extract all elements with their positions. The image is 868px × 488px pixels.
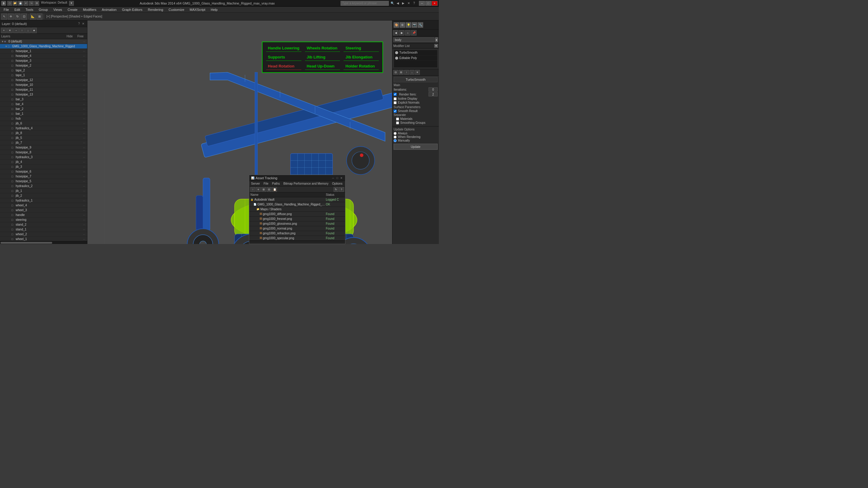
layer-item-hy2[interactable]: □hydraulics_2··· xyxy=(0,184,87,189)
layer-item-br4[interactable]: □bar_4··· xyxy=(0,102,87,107)
asset-tb-btn5[interactable]: 📋 xyxy=(272,187,277,192)
layer-item-hp1[interactable]: □hosepipe_1··· xyxy=(0,49,87,54)
layer-item-hp3[interactable]: □hosepipe_3··· xyxy=(0,59,87,63)
layer-item-handle[interactable]: □handle··· xyxy=(0,213,87,218)
asset-menu-paths[interactable]: Paths xyxy=(270,182,282,185)
layer-item-hy3[interactable]: □hydraulics_3··· xyxy=(0,155,87,160)
menu-modifiers[interactable]: Modifiers xyxy=(81,7,99,12)
layer-item-wh2[interactable]: □wheel_2··· xyxy=(0,232,87,237)
layer-item-jb1[interactable]: □jib_1··· xyxy=(0,189,87,193)
open-file-btn[interactable]: 📂 xyxy=(13,1,18,6)
layers-help-btn[interactable]: ? xyxy=(77,22,81,26)
lt-new-btn[interactable]: + xyxy=(1,28,7,33)
lt-current-btn[interactable]: ★ xyxy=(31,28,37,33)
layer-item-hy4[interactable]: □hydraulics_4··· xyxy=(0,126,87,131)
menu-file[interactable]: File xyxy=(1,7,11,12)
layers-close-btn[interactable]: ✕ xyxy=(81,22,85,26)
mod-nav-btn5[interactable]: ✕ xyxy=(415,70,420,75)
search-opt-btn[interactable]: ✕ xyxy=(406,1,411,6)
asset-tb-btn3[interactable]: ⊞ xyxy=(261,187,266,192)
layer-item-hp7[interactable]: □hosepipe_7··· xyxy=(0,174,87,179)
mod-nav-btn1[interactable]: ⊟ xyxy=(393,70,398,75)
minimize-btn[interactable]: ─ xyxy=(419,1,425,6)
mod-turbosmooth[interactable]: TurboSmooth xyxy=(394,50,437,56)
anim-btn-wheels-rotation[interactable]: Wheels Rotation xyxy=(305,44,340,52)
menu-animation[interactable]: Animation xyxy=(99,7,119,12)
layer-item-hp6[interactable]: □hosepipe_6··· xyxy=(0,169,87,174)
object-name-input[interactable] xyxy=(393,37,435,42)
ts-manually-radio[interactable] xyxy=(394,139,397,142)
layer-item-wh4[interactable]: □wheel_4··· xyxy=(0,203,87,208)
layer-item-hp4[interactable]: □hosepipe_4··· xyxy=(0,54,87,59)
mod-nav-btn3[interactable]: ↑ xyxy=(404,70,409,75)
ts-when-rendering-radio[interactable] xyxy=(394,135,397,138)
menu-rendering[interactable]: Rendering xyxy=(146,7,166,12)
asset-item-gmg1000-glossiness-png[interactable]: 🖼gmg1000_glossiness.pngFound xyxy=(249,221,345,226)
layer-item-jb2[interactable]: □jib_2··· xyxy=(0,193,87,198)
anim-btn-holder-rotation[interactable]: Holder Rotation xyxy=(344,63,379,70)
layer-item-hp10[interactable]: □hosepipe_10··· xyxy=(0,83,87,87)
anim-btn-head-rotation[interactable]: Head Rotation xyxy=(266,63,301,70)
asset-item-gmg1000-normal-png[interactable]: 🖼gmg1000_normal.pngFound xyxy=(249,226,345,231)
rp-icon4[interactable]: 📷 xyxy=(412,22,417,28)
layer-item-jb6[interactable]: □jib_6··· xyxy=(0,121,87,126)
ts-materials-checkbox[interactable] xyxy=(396,118,399,121)
rp-icon3[interactable]: 💡 xyxy=(406,22,411,28)
asset-tb-btn2[interactable]: ≡ xyxy=(256,187,261,192)
asset-item-gmg1000-refraction-png[interactable]: 🖼gmg1000_refraction.pngFound xyxy=(249,231,345,236)
redo-btn[interactable]: ↪ xyxy=(29,1,34,6)
search-input[interactable] xyxy=(341,1,389,6)
rp-nav-fwd-btn[interactable]: ▶ xyxy=(399,30,404,36)
object-color-swatch[interactable]: ■ xyxy=(435,37,438,42)
layer-item-steering[interactable]: □steering··· xyxy=(0,218,87,222)
layer-item-hp13[interactable]: □hosepipe_13··· xyxy=(0,92,87,97)
workspace-expand-btn[interactable]: ▼ xyxy=(69,1,74,6)
menu-views[interactable]: Views xyxy=(51,7,64,12)
tb-scale-btn[interactable]: ⊡ xyxy=(21,13,27,20)
tb-select-btn[interactable]: ↖ xyxy=(1,13,7,20)
tb-snap-btn[interactable]: 📐 xyxy=(30,13,36,20)
mod-nav-btn4[interactable]: ↓ xyxy=(410,70,414,75)
ts-smooth-result-checkbox[interactable] xyxy=(394,110,397,113)
undo-btn[interactable]: ↩ xyxy=(24,1,28,6)
asset-menu-server[interactable]: Server xyxy=(249,182,261,185)
close-btn[interactable]: ✕ xyxy=(432,1,438,6)
save-btn[interactable]: 💾 xyxy=(18,1,23,6)
ts-isoline-checkbox[interactable] xyxy=(394,97,397,100)
layer-item-hp2[interactable]: □hosepipe_2··· xyxy=(0,63,87,68)
asset-tb-btn1[interactable]: ↑ xyxy=(250,187,255,192)
rp-icon2[interactable]: ⚙ xyxy=(400,22,405,28)
layer-item-tp1[interactable]: □tape_1··· xyxy=(0,73,87,78)
layer-horizontal-scroll[interactable] xyxy=(0,241,87,244)
menu-edit[interactable]: Edit xyxy=(12,7,23,12)
asset-item-GMG-1000-Glass-Handling-Machine-Rigged-max-vray-max[interactable]: 📄GMG_1000_Glass_Handling_Machine_Rigged_… xyxy=(249,202,345,207)
menu-help[interactable]: Help xyxy=(208,7,220,12)
layer-item-gmg_root[interactable]: ▼□GMG_1000_Glass_Handling_Machine_Rigged… xyxy=(0,44,87,49)
viewport[interactable]: Total Polys: 369 514 Tris: 369 514 Edges… xyxy=(87,21,392,244)
layer-item-br1[interactable]: □bar_1··· xyxy=(0,111,87,116)
layer-item-hp9[interactable]: □hosepipe_9··· xyxy=(0,145,87,150)
layer-item-jb5[interactable]: □jib_5··· xyxy=(0,135,87,140)
rp-nav-pin-btn[interactable]: 📌 xyxy=(411,30,416,36)
asset-item-gmg1000-fresnel-png[interactable]: 🖼gmg1000_fresnel.pngFound xyxy=(249,217,345,221)
menu-tools[interactable]: Tools xyxy=(23,7,36,12)
layer-item-tp2[interactable]: □tape_2··· xyxy=(0,68,87,73)
ts-update-btn[interactable]: Update xyxy=(394,144,438,150)
mod-nav-btn2[interactable]: ⊞ xyxy=(399,70,404,75)
asset-item-gmg1000-diffuse-png[interactable]: 🖼gmg1000_diffuse.pngFound xyxy=(249,212,345,217)
layer-item-root[interactable]: ▼≡0 (default)··· xyxy=(0,39,87,44)
menu-customize[interactable]: Customize xyxy=(166,7,187,12)
asset-minimize-btn[interactable]: ─ xyxy=(331,176,335,180)
layer-item-hub[interactable]: □hub··· xyxy=(0,116,87,121)
menu-maxscript[interactable]: MAXScript xyxy=(187,7,208,12)
layer-item-jb8[interactable]: □jib_8··· xyxy=(0,131,87,135)
tb-move-btn[interactable]: ✛ xyxy=(8,13,14,20)
layer-item-hy1[interactable]: □hydraulics_1··· xyxy=(0,198,87,203)
workspace-btn[interactable]: ⊟ xyxy=(34,1,39,6)
lt-move-up-btn[interactable]: ↑ xyxy=(19,28,25,33)
asset-menu-file[interactable]: File xyxy=(261,182,270,185)
asset-tb-btn4[interactable]: ⊟ xyxy=(267,187,272,192)
ts-iterations-input[interactable] xyxy=(429,87,438,92)
layer-item-br2[interactable]: □bar_2··· xyxy=(0,107,87,111)
asset-item-Autodesk-Vault[interactable]: 🔒Autodesk VaultLogged C xyxy=(249,197,345,202)
